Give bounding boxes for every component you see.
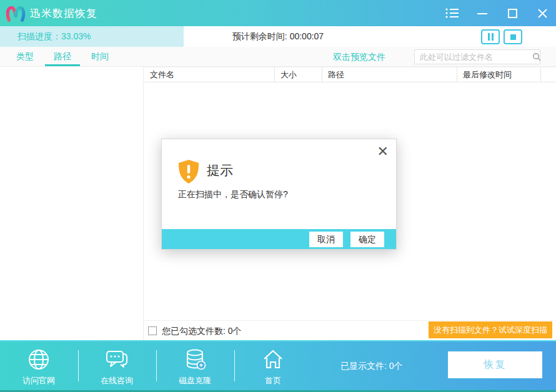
window-controls (445, 0, 550, 26)
app-logo-icon (5, 4, 26, 22)
column-header-modified[interactable]: 最后修改时间 (457, 67, 541, 82)
eta-label: 预计剩余时间: 00:00:07 (0, 26, 556, 47)
dialog-title: 提示 (207, 162, 233, 179)
filename-filter-input[interactable] (415, 52, 532, 62)
nav-label: 磁盘克隆 (164, 375, 226, 386)
select-all-checkbox[interactable] (148, 326, 157, 335)
tab-path[interactable]: 路径 (45, 47, 80, 66)
globe-icon (7, 346, 70, 373)
cancel-button[interactable]: 取消 (309, 232, 343, 247)
selected-count-label: 您已勾选文件数: 0个 (162, 321, 242, 341)
home-icon (242, 346, 304, 373)
scan-progress-bar: 扫描进度：33.03% 预计剩余时间: 00:00:07 (0, 26, 556, 47)
stop-scan-button[interactable] (504, 29, 522, 44)
path-tree-panel (0, 67, 144, 340)
displayed-count-label: 已显示文件: 0个 (340, 341, 403, 390)
nav-label: 访问官网 (7, 375, 70, 386)
deep-scan-button[interactable]: 没有扫描到文件？试试深度扫描 (429, 321, 552, 338)
search-icon[interactable] (532, 52, 541, 61)
dialog-footer: 取消 确定 (162, 229, 396, 249)
column-header-filename[interactable]: 文件名 (144, 67, 275, 82)
filename-filter (414, 49, 540, 64)
chat-icon (86, 346, 148, 373)
tab-time[interactable]: 时间 (82, 47, 117, 66)
footer-divider (156, 350, 157, 381)
nav-label: 在线咨询 (86, 375, 148, 386)
nav-disk-clone[interactable]: 磁盘克隆 (164, 346, 226, 386)
nav-home[interactable]: 首页 (242, 346, 304, 386)
minimize-icon[interactable] (475, 6, 490, 21)
titlebar: 迅米数据恢复 (0, 0, 556, 26)
selection-row: 您已勾选文件数: 0个 没有扫描到文件？试试深度扫描 (144, 320, 556, 340)
warning-shield-icon (177, 159, 200, 184)
nav-online-support[interactable]: 在线咨询 (86, 346, 148, 386)
view-tabs: 类型 路径 时间 双击预览文件 (0, 47, 556, 67)
pause-icon (488, 33, 490, 41)
column-header-size[interactable]: 大小 (275, 67, 322, 82)
maximize-icon[interactable] (505, 6, 520, 21)
close-icon[interactable] (535, 6, 550, 21)
footer-divider (234, 350, 235, 381)
column-header-path[interactable]: 路径 (322, 67, 457, 82)
file-table-header: 文件名 大小 路径 最后修改时间 (144, 67, 556, 82)
menu-list-icon[interactable] (445, 6, 460, 21)
dialog-close-icon[interactable]: ✕ (377, 145, 389, 159)
footer-divider (78, 350, 79, 381)
pause-confirm-dialog: ✕ 提示 正在扫描中，是否确认暂停? 取消 确定 (161, 139, 397, 250)
app-title: 迅米数据恢复 (30, 6, 97, 21)
stop-icon (510, 34, 516, 40)
disk-clone-icon (164, 346, 226, 373)
preview-hint-label: 双击预览文件 (333, 47, 385, 67)
nav-visit-website[interactable]: 访问官网 (7, 346, 70, 386)
recover-button[interactable]: 恢复 (448, 351, 542, 378)
dialog-message: 正在扫描中，是否确认暂停? (178, 189, 288, 200)
app-window: 迅米数据恢复 (0, 0, 556, 392)
footer-bar: 访问官网 在线咨询 (0, 340, 556, 392)
tab-type[interactable]: 类型 (9, 47, 41, 66)
ok-button[interactable]: 确定 (350, 232, 384, 247)
nav-label: 首页 (242, 375, 304, 386)
pause-scan-button[interactable] (481, 29, 500, 44)
